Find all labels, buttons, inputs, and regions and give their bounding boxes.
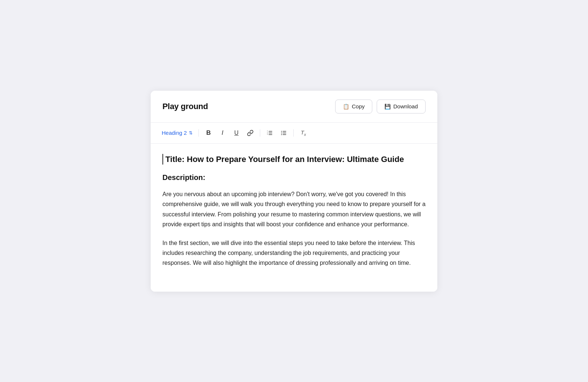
unordered-list-button[interactable] — [278, 127, 290, 139]
svg-point-11 — [281, 134, 282, 135]
underline-button[interactable]: U — [230, 127, 242, 139]
toolbar-divider-1 — [198, 129, 199, 137]
chevron-up-down-icon: ⇅ — [189, 130, 193, 136]
heading-select[interactable]: Heading 2 ⇅ — [159, 128, 195, 137]
ordered-list-icon: 1 2 3 — [266, 130, 273, 136]
document-subtitle: Description: — [162, 173, 426, 182]
svg-point-10 — [281, 132, 282, 133]
bold-label: B — [206, 129, 211, 137]
svg-point-9 — [281, 131, 282, 131]
underline-label: U — [234, 130, 239, 136]
download-icon — [384, 103, 391, 110]
bold-button[interactable]: B — [202, 127, 214, 139]
heading-select-label: Heading 2 — [162, 130, 187, 136]
paragraph-1: Are you nervous about an upcoming job in… — [162, 189, 426, 229]
italic-label: I — [222, 129, 223, 137]
link-button[interactable] — [244, 127, 256, 139]
main-container: Play ground Copy Download Heading 2 ⇅ B … — [151, 91, 437, 292]
link-icon — [247, 130, 254, 136]
clipboard-icon — [343, 103, 349, 110]
download-button[interactable]: Download — [377, 100, 426, 113]
header: Play ground Copy Download — [151, 91, 437, 123]
svg-text:1: 1 — [267, 130, 268, 132]
paragraph-2: In the first section, we will dive into … — [162, 238, 426, 268]
copy-label: Copy — [352, 103, 365, 109]
copy-button[interactable]: Copy — [335, 100, 372, 113]
document-title: Title: How to Prepare Yourself for an In… — [162, 154, 426, 165]
content-area: Title: How to Prepare Yourself for an In… — [151, 144, 437, 292]
toolbar-divider-3 — [293, 129, 294, 137]
page-title: Play ground — [162, 102, 208, 111]
toolbar-divider-2 — [260, 129, 260, 137]
clear-format-button[interactable]: Tx — [297, 127, 309, 139]
clear-format-icon: Tx — [301, 129, 306, 137]
italic-button[interactable]: I — [216, 127, 228, 139]
svg-text:3: 3 — [267, 134, 268, 135]
download-label: Download — [393, 103, 418, 109]
header-actions: Copy Download — [335, 100, 426, 113]
svg-text:2: 2 — [267, 132, 268, 133]
toolbar: Heading 2 ⇅ B I U 1 2 — [151, 123, 437, 144]
unordered-list-icon — [280, 130, 287, 136]
ordered-list-button[interactable]: 1 2 3 — [264, 127, 276, 139]
